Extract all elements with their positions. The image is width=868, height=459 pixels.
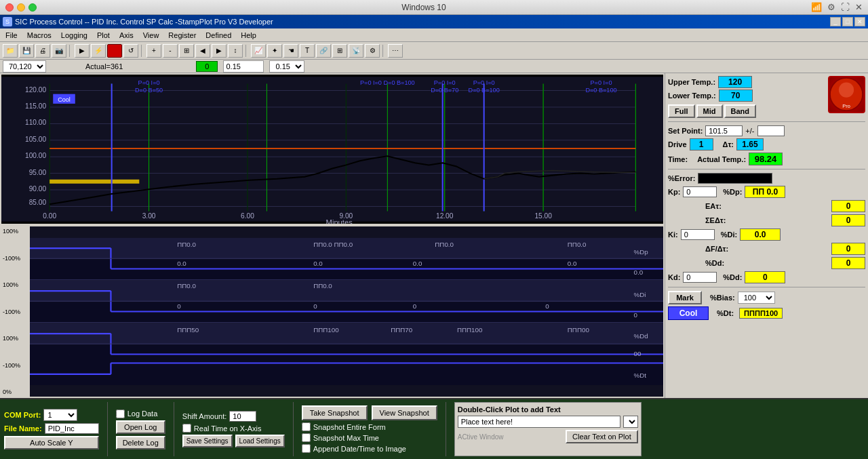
svg-text:0.0: 0.0 xyxy=(177,260,186,267)
snapshot-max-checkbox[interactable] xyxy=(302,433,311,442)
tb-pan-left-btn[interactable]: ◀ xyxy=(195,44,210,58)
tb-stop-btn[interactable] xyxy=(107,44,122,58)
app-restore-btn[interactable]: □ xyxy=(842,17,853,26)
kd-label: Kd: xyxy=(668,273,680,281)
svg-text:105.00: 105.00 xyxy=(25,136,46,143)
band-btn[interactable]: Band xyxy=(724,104,757,118)
pct-dd2-label: %Dd: xyxy=(705,259,724,267)
tb-separator-4 xyxy=(382,45,385,57)
close-dot[interactable] xyxy=(5,3,14,12)
snapshot-entire-checkbox[interactable] xyxy=(302,422,311,431)
mid-btn[interactable]: Mid xyxy=(696,104,723,118)
tb-loop-btn[interactable]: ↺ xyxy=(123,44,138,58)
append-datetime-checkbox[interactable] xyxy=(302,444,311,453)
text-style-select[interactable] xyxy=(623,416,638,428)
close-icon[interactable]: ✕ xyxy=(855,2,863,12)
menu-help[interactable]: Help xyxy=(237,30,260,41)
tb-zoom-out-btn[interactable]: - xyxy=(163,44,178,58)
pct-bias-select[interactable]: 100 xyxy=(738,292,775,304)
mark-btn[interactable]: Mark xyxy=(668,291,702,304)
maximize-dot[interactable] xyxy=(28,3,37,12)
tb-hand-btn[interactable]: ☚ xyxy=(283,44,298,58)
menu-defined[interactable]: Defined xyxy=(201,30,235,41)
auto-scale-y-btn[interactable]: Auto Scale Y xyxy=(4,436,99,450)
tb-save-btn[interactable]: 💾 xyxy=(19,44,34,58)
tb-signal-btn[interactable]: 📡 xyxy=(349,44,363,58)
tb-zoom-in-btn[interactable]: + xyxy=(146,44,161,58)
menu-axis[interactable]: Axis xyxy=(115,30,138,41)
app-window-controls[interactable]: _ □ ✕ xyxy=(830,17,865,26)
full-btn[interactable]: Full xyxy=(668,104,695,118)
tb-link-btn[interactable]: 🔗 xyxy=(316,44,331,58)
tb-run-btn[interactable]: ▶ xyxy=(75,44,90,58)
tb-config-btn[interactable]: ⚙ xyxy=(365,44,380,58)
tb-more-btn[interactable]: ⋯ xyxy=(388,44,403,58)
val-input[interactable] xyxy=(223,60,264,73)
take-snapshot-btn[interactable]: Take Snapshot xyxy=(302,405,368,420)
tb-print-btn[interactable]: 🖨 xyxy=(35,44,50,58)
tb-text-btn[interactable]: T xyxy=(300,44,315,58)
append-datetime-row: Append Date/Time to Image xyxy=(302,444,437,453)
svg-text:90.00: 90.00 xyxy=(29,185,47,193)
svg-text:D=0 B=100: D=0 B=100 xyxy=(585,87,616,94)
pct-di-value: 0.0 xyxy=(740,228,781,241)
plusminus-input[interactable] xyxy=(757,125,785,136)
real-time-checkbox[interactable] xyxy=(182,424,191,433)
minimize-dot[interactable] xyxy=(17,3,25,12)
tb-cursor-btn[interactable]: ✦ xyxy=(267,44,282,58)
tb-camera-btn[interactable]: 📷 xyxy=(52,44,66,58)
tb-macro-btn[interactable]: ⚡ xyxy=(91,44,106,58)
snapshot-section: Take Snapshot View Snapshot Snapshot Ent… xyxy=(302,402,437,456)
menu-view[interactable]: View xyxy=(139,30,163,41)
load-settings-btn[interactable]: Load Settings xyxy=(235,435,285,447)
title-bar-right-controls[interactable]: 📶 ⚙ ⛶ ✕ xyxy=(811,2,863,12)
clear-text-btn[interactable]: Clear Text on Plot xyxy=(566,430,638,443)
save-settings-btn[interactable]: Save Settings xyxy=(182,435,233,447)
svg-text:85.00: 85.00 xyxy=(29,199,47,206)
place-text-input[interactable] xyxy=(458,416,620,428)
app-close-btn[interactable]: ✕ xyxy=(854,17,865,26)
view-snapshot-btn[interactable]: View Snapshot xyxy=(372,405,437,420)
open-log-btn[interactable]: Open Log xyxy=(116,420,165,434)
tb-fit-btn[interactable]: ⊞ xyxy=(179,44,194,58)
range-dropdown[interactable]: 70,120 xyxy=(3,60,46,73)
menu-plot[interactable]: Plot xyxy=(93,30,114,41)
pct-n100-1: -100% xyxy=(3,255,28,262)
menu-file[interactable]: File xyxy=(1,30,22,41)
log-data-checkbox[interactable] xyxy=(116,410,125,418)
tb-pan-right-btn[interactable]: ▶ xyxy=(212,44,226,58)
file-name-input[interactable] xyxy=(45,423,99,434)
menu-register[interactable]: Register xyxy=(164,30,200,41)
ea-row: EAτ: 0 xyxy=(668,200,865,212)
menu-logging[interactable]: Logging xyxy=(57,30,92,41)
tb-chart-btn[interactable]: 📈 xyxy=(251,44,266,58)
kd-input[interactable] xyxy=(683,272,717,283)
shift-amount-input[interactable] xyxy=(229,411,256,422)
mark-bias-row: Mark %Bias: 100 xyxy=(668,291,865,304)
menu-bar: File Macros Logging Plot Axis View Regis… xyxy=(0,28,868,42)
drive-label: Drive xyxy=(668,140,687,148)
com-port-select[interactable]: 1 xyxy=(43,409,77,421)
svg-text:ΠΠΠ100: ΠΠΠ100 xyxy=(313,326,339,334)
settings-icon[interactable]: ⚙ xyxy=(827,2,835,12)
menu-macros[interactable]: Macros xyxy=(23,30,56,41)
val-dropdown[interactable]: 0.15 xyxy=(269,60,304,73)
kp-input[interactable] xyxy=(683,186,717,197)
svg-text:ΠΠΠ70: ΠΠΠ70 xyxy=(391,326,413,334)
tb-open-btn[interactable]: 📁 xyxy=(3,44,18,58)
status-bar: 70,120 Actual=361 0 0.15 xyxy=(0,60,868,73)
window-title: Windows 10 xyxy=(401,3,446,12)
tb-grid-btn[interactable]: ⊞ xyxy=(332,44,347,58)
ki-input[interactable] xyxy=(681,229,715,240)
pct-bias-label: %Bias: xyxy=(710,294,735,302)
svg-text:0: 0 xyxy=(177,302,181,310)
svg-text:P=0 I=0: P=0 I=0 xyxy=(591,79,612,86)
window-controls[interactable] xyxy=(5,3,37,12)
fullscreen-icon[interactable]: ⛶ xyxy=(841,2,850,12)
tb-scroll-btn[interactable]: ↕ xyxy=(228,44,243,58)
svg-text:D=0 B=50: D=0 B=50 xyxy=(135,87,163,94)
setpoint-input[interactable] xyxy=(705,125,743,136)
delete-log-btn[interactable]: Delete Log xyxy=(116,436,165,450)
app-minimize-btn[interactable]: _ xyxy=(830,17,841,26)
svg-text:115.00: 115.00 xyxy=(25,102,46,110)
